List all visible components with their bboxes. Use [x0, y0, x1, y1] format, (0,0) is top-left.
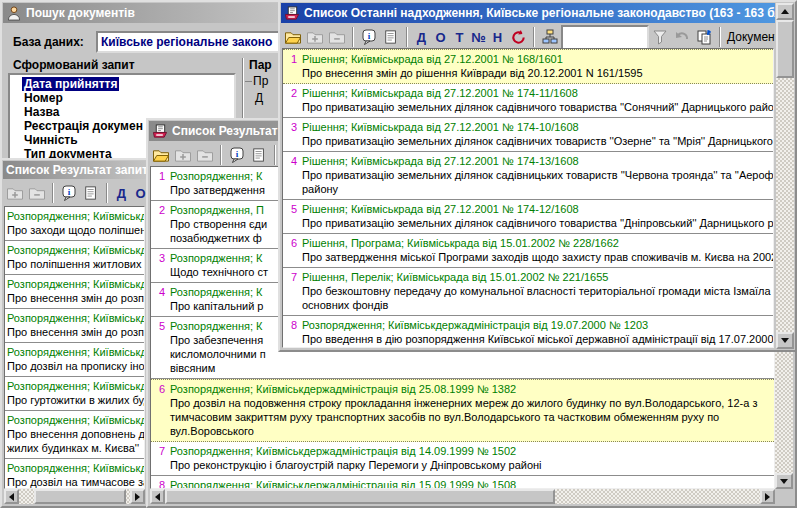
row-description: жилих будинках м. Києва'' — [5, 441, 144, 455]
result-row[interactable]: 6Розпорядження; Київміськдержадміністрац… — [151, 379, 774, 442]
result-row[interactable]: 4Рішення; Київміськрада від 27.12.2001 №… — [283, 152, 773, 200]
collapse-folder-button[interactable] — [194, 144, 216, 166]
result-row[interactable]: 8Розпорядження; Київміськдержадміністрац… — [283, 316, 773, 348]
row-description: вул.Воровського — [151, 424, 774, 438]
scrollbar-track[interactable] — [19, 489, 130, 504]
query-header: Сформований запит — [13, 58, 135, 72]
query-item[interactable]: Дата прийняття — [10, 77, 234, 91]
row-description: Про приватизацію земельних ділянок садів… — [283, 134, 773, 148]
row-header: Рішення; Київміськрада від 27.12.2001 № … — [302, 202, 579, 216]
result-row[interactable]: Розпорядження; КиївміськдПро внесення до… — [5, 411, 144, 459]
filter-letter-button[interactable]: № — [469, 30, 488, 45]
left-horizontal-scrollbar[interactable] — [4, 489, 145, 504]
recent-vertical-scrollbar[interactable] — [776, 3, 794, 349]
query-item[interactable]: Назва — [10, 105, 234, 119]
refresh-red-icon — [510, 29, 527, 46]
filter-letter-button[interactable]: Н — [488, 30, 507, 45]
query-item[interactable]: Номер — [10, 91, 234, 105]
result-row[interactable]: 3Рішення; Київміськрада від 27.12.2001 №… — [283, 118, 773, 152]
desktop: Пошук документів База даних: Сформований… — [0, 0, 797, 508]
copy-pages-button[interactable] — [693, 26, 715, 48]
row-number: 2 — [151, 203, 165, 217]
expand-folder-button[interactable] — [4, 182, 26, 204]
scroll-up-button[interactable] — [776, 3, 794, 20]
recent-window-titlebar[interactable]: Список Останні надходження, Київське рег… — [281, 3, 775, 23]
info-button[interactable]: i — [226, 144, 248, 166]
open-folder-icon — [152, 148, 170, 163]
result-row[interactable]: Розпорядження; КиївміськдПро заходи щодо… — [5, 207, 144, 241]
scroll-right-button[interactable] — [130, 489, 145, 504]
row-header: Рішення; Київміськрада від 27.12.2001 № … — [302, 120, 579, 134]
search-window-titlebar[interactable]: Пошук документів — [3, 3, 284, 23]
info-button[interactable]: i — [58, 182, 80, 204]
query-item-label: Номер — [22, 91, 65, 105]
left-results-list[interactable]: Розпорядження; КиївміськдПро заходи щодо… — [4, 206, 145, 489]
row-number: 6 — [283, 236, 297, 250]
toolbar-search-input[interactable] — [561, 25, 649, 50]
result-row[interactable]: Розпорядження; КиївміськдПро внесення зм… — [5, 309, 144, 343]
expand-folder-button[interactable] — [304, 26, 326, 48]
person-icon — [6, 6, 22, 21]
recent-results-list[interactable]: 1Рішення; Київміськрада від 27.12.2001 №… — [282, 48, 774, 348]
database-select-input[interactable] — [96, 31, 284, 53]
row-description: району — [283, 182, 773, 196]
card-button[interactable] — [380, 26, 402, 48]
row-number: 3 — [151, 251, 165, 265]
card-button[interactable] — [80, 182, 102, 204]
filter-letter-button[interactable]: Д — [412, 30, 431, 45]
filter-letter-button[interactable]: О — [131, 186, 147, 201]
filter-button[interactable] — [649, 26, 671, 48]
result-row[interactable]: Розпорядження; КиївміськдПро гуртожитки … — [5, 377, 144, 411]
result-row[interactable]: 5Рішення; Київміськрада від 27.12.2001 №… — [283, 200, 773, 234]
result-row[interactable]: Розпорядження; КиївміськдПро дозвіл на т… — [5, 459, 144, 489]
result-row[interactable]: 8Розпорядження; Київміськдержадміністрац… — [151, 476, 774, 489]
scroll-left-button[interactable] — [4, 489, 19, 504]
row-description: Про затвердження міської Програми заході… — [283, 250, 773, 264]
filter-letter-button[interactable]: Д — [112, 186, 131, 201]
scroll-right-button[interactable] — [760, 489, 775, 504]
toolbar-separator — [106, 183, 108, 203]
folder-plus-icon — [174, 148, 192, 163]
row-description: Про приватизацію земельних ділянок садів… — [283, 168, 773, 182]
scrollbar-track[interactable] — [776, 20, 794, 332]
result-row[interactable]: Розпорядження; КиївміськдПро внесення зм… — [5, 275, 144, 309]
result-row[interactable]: 6Рішення, Програма; Київміськрада від 15… — [283, 234, 773, 268]
filter-letter-button[interactable]: Т — [450, 30, 469, 45]
row-header: Рішення; Київміськрада від 27.12.2001 № … — [302, 154, 579, 168]
left-results-titlebar[interactable]: Список Результат запит — [3, 161, 146, 179]
scrollbar-thumb[interactable] — [34, 489, 126, 504]
scrollbar-track[interactable] — [165, 489, 760, 504]
collapse-folder-button[interactable] — [326, 26, 348, 48]
scrollbar-thumb[interactable] — [165, 489, 555, 504]
result-row[interactable]: Розпорядження; КиївміськдПро поліпшення … — [5, 241, 144, 275]
document-card-icon — [84, 185, 98, 201]
open-folder-button[interactable] — [282, 26, 304, 48]
info-button[interactable]: i — [358, 26, 380, 48]
scroll-down-button[interactable] — [775, 473, 793, 489]
row-description: Про безкоштовну передачу до комунальної … — [283, 284, 773, 298]
scroll-left-button[interactable] — [150, 489, 165, 504]
row-description: Про внесення змін до розпо — [5, 291, 144, 305]
result-row[interactable]: 7Рішення, Перелік; Київміськрада від 15.… — [283, 268, 773, 316]
result-row[interactable]: 1Рішення; Київміськрада від 27.12.2001 №… — [283, 49, 773, 84]
row-header: Розпорядження; Київміськд — [7, 345, 145, 359]
scrollbar-thumb[interactable] — [776, 20, 794, 78]
expand-folder-button[interactable] — [172, 144, 194, 166]
card-button[interactable] — [248, 144, 270, 166]
open-folder-button[interactable] — [150, 144, 172, 166]
mid-horizontal-scrollbar[interactable] — [150, 489, 775, 504]
row-header: Розпорядження; Київміськдержадміністраці… — [302, 318, 648, 332]
refresh-button[interactable] — [507, 26, 529, 48]
collapse-folder-button[interactable] — [26, 182, 48, 204]
result-row[interactable]: 7Розпорядження; Київміськдержадміністрац… — [151, 442, 774, 476]
result-row[interactable]: 2Рішення; Київміськрада від 27.12.2001 №… — [283, 84, 773, 118]
document-card-icon — [384, 29, 398, 45]
query-item-label: Назва — [22, 105, 61, 119]
query-item-label: Дата прийняття — [22, 77, 119, 91]
row-number: 7 — [151, 444, 165, 458]
filter-letter-button[interactable]: О — [431, 30, 450, 45]
scroll-down-button[interactable] — [776, 332, 794, 349]
hierarchy-button[interactable] — [539, 26, 561, 48]
result-row[interactable]: Розпорядження; КиївміськдПро дозвіл на п… — [5, 343, 144, 377]
undo-button[interactable] — [671, 26, 693, 48]
